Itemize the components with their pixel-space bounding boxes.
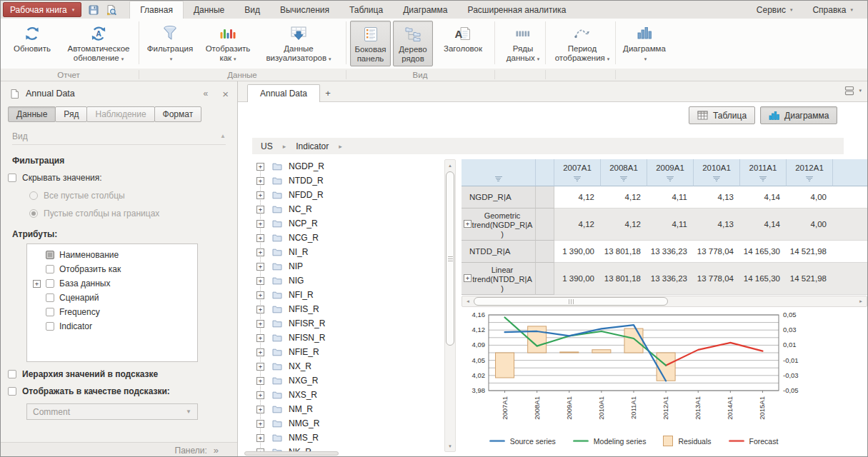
checkbox[interactable] bbox=[8, 370, 16, 378]
checkbox[interactable] bbox=[46, 251, 54, 259]
filter-icon[interactable] bbox=[574, 176, 581, 181]
ribbon-chart-button[interactable]: Диаграмма ▾ bbox=[621, 21, 668, 66]
tooltip-checkbox-row[interactable]: Отображать в качестве подсказки: bbox=[8, 386, 226, 396]
expand-icon[interactable]: + bbox=[33, 280, 41, 288]
chart-view-button[interactable]: Диаграмма bbox=[760, 106, 837, 124]
table-cell-2007A1[interactable]: 1 390,00 bbox=[554, 241, 601, 263]
radio-button-selected[interactable] bbox=[29, 209, 38, 218]
menu-tab-glavnaya[interactable]: Главная bbox=[129, 1, 184, 19]
ribbon-display-as-button[interactable]: Отобразить как▾ bbox=[202, 21, 254, 66]
table-cell-2011A1[interactable]: 4,14 bbox=[740, 186, 787, 209]
filter-icon[interactable] bbox=[806, 176, 813, 181]
checkbox[interactable] bbox=[46, 322, 54, 331]
sidebar-tab-nablyudenie[interactable]: Наблюдение bbox=[86, 106, 154, 122]
expand-icon[interactable]: + bbox=[256, 206, 264, 214]
tree-horizontal-scrollbar[interactable] bbox=[244, 451, 443, 457]
table-cell-2008A1[interactable]: 13 801,18 bbox=[601, 241, 647, 263]
attribute-item-frequency[interactable]: +Frequency bbox=[27, 305, 197, 319]
expand-icon[interactable]: + bbox=[464, 220, 472, 228]
expand-icon[interactable]: + bbox=[256, 334, 264, 342]
layout-options-button[interactable]: ▾ bbox=[844, 86, 862, 96]
expand-icon[interactable]: + bbox=[256, 263, 264, 271]
tree-item-nmg_r[interactable]: +NMG_R bbox=[244, 416, 443, 431]
ribbon-auto-refresh-button[interactable]: A Автоматическое обновление▾ bbox=[61, 21, 136, 66]
checkbox[interactable] bbox=[8, 174, 16, 182]
table-cell-2010A1[interactable]: 13 778,04 bbox=[694, 241, 740, 263]
tree-item-ni_r[interactable]: +NI_R bbox=[244, 245, 443, 259]
expand-icon[interactable]: + bbox=[464, 274, 472, 282]
scrollbar-thumb[interactable] bbox=[474, 297, 668, 306]
column-header-2012A1[interactable]: 2012A1 bbox=[787, 159, 833, 186]
table-cell-2012A1[interactable]: 4,00 bbox=[787, 186, 833, 209]
panels-more-icon[interactable]: » bbox=[214, 445, 219, 456]
row-header[interactable]: +Linear trend(NTDD_R|A) bbox=[462, 263, 536, 295]
ribbon-visualizer-data-button[interactable]: Данные визуализаторов▾ bbox=[256, 21, 341, 66]
column-header-2011A1[interactable]: 2011A1 bbox=[740, 159, 787, 186]
filter-icon[interactable] bbox=[713, 176, 720, 181]
expand-icon[interactable]: + bbox=[256, 320, 264, 328]
tree-item-nms_r[interactable]: +NMS_R bbox=[244, 431, 443, 445]
table-cell-2008A1[interactable]: 4,12 bbox=[601, 209, 647, 241]
tree-item-nfis_r[interactable]: +NFIS_R bbox=[244, 302, 443, 316]
tree-item-nxg_r[interactable]: +NXG_R bbox=[244, 373, 443, 388]
hide-values-checkbox-row[interactable]: Скрывать значения: bbox=[8, 173, 226, 183]
ribbon-display-period-button[interactable]: Период отображения▾ bbox=[551, 21, 614, 66]
expand-icon[interactable]: + bbox=[256, 406, 264, 413]
row-header-filter[interactable] bbox=[462, 159, 536, 186]
attribute-item-naimenovanie[interactable]: +Наименование bbox=[27, 248, 197, 262]
tree-item-nip[interactable]: +NIP bbox=[244, 259, 443, 273]
table-cell-2007A1[interactable]: 1 390,00 bbox=[554, 263, 601, 295]
table-cell-2011A1[interactable]: 14 165,30 bbox=[740, 263, 787, 295]
table-cell-2008A1[interactable]: 13 801,18 bbox=[601, 263, 647, 295]
checkbox[interactable] bbox=[46, 293, 54, 302]
expand-icon[interactable]: + bbox=[256, 363, 264, 371]
table-cell-2010A1[interactable]: 4,13 bbox=[694, 186, 740, 209]
tree-item-ntdd_r[interactable]: +NTDD_R bbox=[244, 174, 443, 188]
collapse-panel-button[interactable]: « bbox=[204, 89, 209, 99]
tree-item-ncp_r[interactable]: +NCP_R bbox=[244, 216, 443, 231]
expand-icon[interactable]: + bbox=[256, 248, 264, 256]
ribbon-refresh-button[interactable]: Обновить bbox=[5, 21, 59, 66]
menu-tab-tablitsa[interactable]: Таблица bbox=[339, 1, 393, 19]
menu-tab-spravka[interactable]: Справка▾ bbox=[802, 1, 863, 19]
scroll-right-button[interactable]: ► bbox=[856, 296, 866, 306]
checkbox[interactable] bbox=[46, 265, 54, 273]
menu-tab-dannye[interactable]: Данные bbox=[184, 1, 234, 19]
filter-icon[interactable] bbox=[667, 176, 674, 181]
expand-icon[interactable]: + bbox=[256, 420, 264, 428]
column-header-2007A1[interactable]: 2007A1 bbox=[554, 159, 601, 186]
row-header[interactable]: NGDP_R|A bbox=[462, 186, 536, 209]
edge-empty-columns-radio-row[interactable]: Пустые столбцы на границах bbox=[29, 209, 226, 219]
checkbox[interactable] bbox=[8, 387, 16, 396]
tree-item-nx_r[interactable]: +NX_R bbox=[244, 359, 443, 373]
table-cell-2007A1[interactable]: 4,12 bbox=[554, 186, 601, 209]
tree-vertical-scrollbar[interactable]: ▲ ▼ bbox=[444, 159, 456, 452]
filter-icon[interactable] bbox=[620, 176, 627, 181]
scrollbar-thumb[interactable] bbox=[446, 171, 454, 346]
table-cell-2011A1[interactable]: 4,14 bbox=[740, 209, 787, 241]
workbook-menu-button[interactable]: Рабочая книга ▾ bbox=[3, 2, 81, 17]
print-preview-button[interactable] bbox=[103, 2, 119, 17]
row-header[interactable]: NTDD_R|A bbox=[462, 241, 536, 263]
filter-icon[interactable] bbox=[495, 176, 502, 181]
tree-item-ncg_r[interactable]: +NCG_R bbox=[244, 231, 443, 245]
table-cell-2009A1[interactable]: 13 336,23 bbox=[647, 263, 694, 295]
save-button[interactable] bbox=[85, 2, 101, 17]
expand-icon[interactable]: + bbox=[256, 348, 264, 356]
expand-icon[interactable]: + bbox=[256, 277, 264, 285]
scroll-up-button[interactable]: ▲ bbox=[445, 161, 455, 170]
table-cell-2008A1[interactable]: 4,12 bbox=[601, 186, 647, 209]
tree-item-nig[interactable]: +NIG bbox=[244, 273, 443, 288]
section-view[interactable]: Вид ▲ bbox=[12, 128, 226, 145]
expand-icon[interactable]: + bbox=[256, 291, 264, 299]
checkbox[interactable] bbox=[46, 279, 54, 288]
tree-item-nfisr_r[interactable]: +NFISR_R bbox=[244, 316, 443, 331]
expand-icon[interactable]: + bbox=[256, 220, 264, 228]
tree-item-nc_r[interactable]: +NC_R bbox=[244, 202, 443, 216]
breadcrumb-item-us[interactable]: US bbox=[261, 141, 273, 151]
sidebar-tab-dannye[interactable]: Данные bbox=[8, 106, 56, 122]
tree-item-nfisn_r[interactable]: +NFISN_R bbox=[244, 331, 443, 345]
new-tab-button[interactable]: + bbox=[319, 84, 337, 102]
ribbon-title-button[interactable]: A Заголовок bbox=[437, 21, 489, 66]
table-cell-2010A1[interactable]: 4,13 bbox=[694, 209, 740, 241]
